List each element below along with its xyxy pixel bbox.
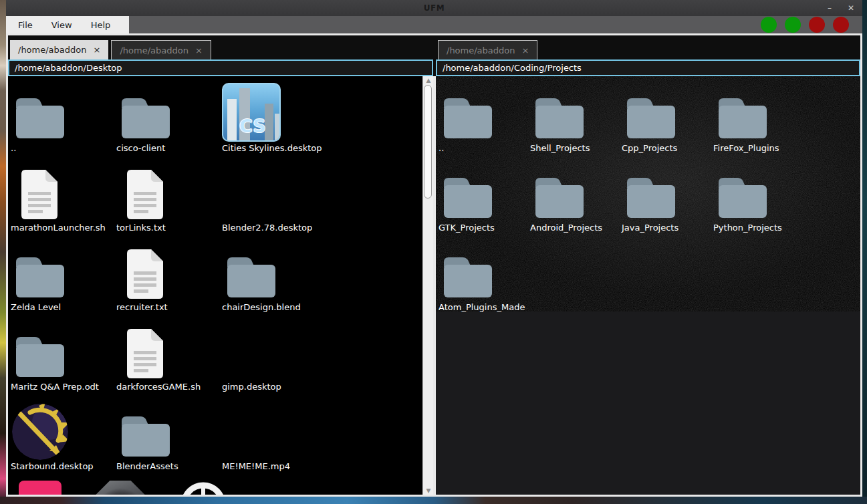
file-item[interactable]: Zelda Level	[10, 237, 116, 316]
file-item[interactable]: ..	[438, 78, 529, 157]
menu-item-help[interactable]: Help	[91, 20, 111, 30]
file-item-label: recruiter.txt	[116, 302, 221, 312]
folder-icon	[13, 95, 68, 142]
file-item-icon-box	[221, 157, 281, 221]
file-view-left: .. cisco-client CSCities Skylines.deskto…	[8, 76, 433, 495]
app-window: UFM – ✕ File View Help /home/abaddon×/ho…	[6, 0, 862, 497]
folder-icon	[715, 95, 770, 142]
tab-close-icon[interactable]: ×	[94, 45, 101, 55]
window-controls: – ✕	[825, 0, 857, 16]
file-item[interactable]: ..	[10, 78, 116, 157]
file-item[interactable]: gimp.desktop	[221, 316, 327, 396]
file-item[interactable]: Java_Projects	[621, 157, 713, 237]
file-item-icon-box	[221, 475, 281, 495]
file-item-icon-box: CS	[221, 78, 281, 142]
file-item-icon-box	[621, 78, 681, 142]
file-item-label: FireFox_Plugins	[713, 143, 804, 153]
file-item[interactable]: darkforcesGAME.sh	[116, 316, 221, 396]
file-item[interactable]: Maritz Q&A Prep.odt	[10, 316, 116, 396]
file-item-label: Java_Projects	[621, 223, 713, 233]
file-item[interactable]: Python_Projects	[713, 157, 804, 237]
file-item-icon-box	[116, 396, 176, 460]
file-item[interactable]: Cpp_Projects	[621, 78, 713, 157]
file-item-label: ME!ME!ME.mp4	[221, 461, 327, 471]
green-light-2[interactable]	[785, 17, 801, 33]
file-item-label: gimp.desktop	[221, 382, 327, 392]
path-bar-right[interactable]: /home/abaddon/Coding/Projects	[436, 59, 860, 76]
file-item[interactable]: BlenderAssets	[116, 396, 221, 475]
file-item[interactable]: Atom_Plugins_Made	[438, 237, 529, 316]
wheel-emblem-icon	[179, 481, 227, 495]
folder-icon	[13, 254, 68, 301]
minimize-button[interactable]: –	[825, 4, 834, 12]
tab[interactable]: /home/abaddon×	[111, 40, 211, 59]
file-item-icon-box	[221, 237, 281, 301]
folder-icon	[441, 95, 495, 142]
file-view-right: .. Shell_Projects Cpp_Projects FireFox_P…	[436, 76, 860, 495]
file-item-icon-box	[221, 316, 281, 380]
window-title: UFM	[424, 3, 445, 13]
folder-icon	[624, 174, 678, 221]
tab-close-icon[interactable]: ×	[522, 45, 529, 55]
file-item-icon-box	[438, 237, 498, 301]
tab-close-icon[interactable]: ×	[195, 45, 203, 55]
status-lights	[761, 17, 849, 33]
file-item[interactable]: CSCities Skylines.desktop	[221, 78, 327, 157]
folder-icon	[441, 174, 495, 221]
file-item[interactable]: recruiter.txt	[116, 237, 221, 316]
scroll-up-button[interactable]: ▲	[423, 76, 433, 84]
file-item-label: chairDesign.blend	[221, 302, 327, 312]
file-item[interactable]: marathonLauncher.sh	[10, 157, 116, 237]
text-file-icon	[124, 168, 167, 221]
tab-label: /home/abaddon	[18, 45, 87, 55]
file-item-icon-box	[116, 78, 176, 142]
text-file-icon	[124, 327, 167, 380]
file-pane-left: /home/abaddon×/home/abaddon× /home/abadd…	[8, 35, 433, 495]
file-item[interactable]: cisco-client	[116, 78, 221, 157]
desktop-left-edge	[0, 0, 6, 504]
tab-label: /home/abaddon	[120, 45, 189, 55]
scrollbar-left[interactable]: ▲ ▼	[422, 76, 433, 495]
file-item[interactable]: torLinks.txt	[116, 157, 221, 237]
red-light-1[interactable]	[809, 17, 825, 33]
file-item[interactable]: Blender2.78.desktop	[221, 157, 327, 237]
file-item-icon-box	[10, 78, 70, 142]
close-button[interactable]: ✕	[845, 4, 857, 12]
menu-item-view[interactable]: View	[51, 20, 72, 30]
app-icon-cities-skylines: CS	[222, 83, 281, 142]
file-item-label: Cities Skylines.desktop	[221, 143, 327, 153]
folder-icon	[224, 254, 279, 301]
file-item-icon-box	[10, 237, 70, 301]
file-item-icon-box	[221, 396, 281, 460]
file-item-icon-box	[116, 157, 176, 221]
file-item[interactable]: Shell_Projects	[529, 78, 621, 157]
tab[interactable]: /home/abaddon×	[10, 40, 108, 59]
file-item[interactable]: FireFox_Plugins	[713, 78, 804, 157]
text-file-icon	[124, 247, 167, 301]
file-item[interactable]: Android_Projects	[529, 157, 621, 237]
file-item-label: marathonLauncher.sh	[10, 223, 116, 233]
tab[interactable]: /home/abaddon×	[438, 40, 537, 59]
menu-panel: File View Help	[6, 16, 129, 33]
file-item-icon-box	[529, 157, 590, 221]
path-bar-left[interactable]: /home/abaddon/Desktop	[8, 59, 433, 76]
file-item-label: cisco-client	[116, 143, 221, 153]
red-light-2[interactable]	[833, 17, 849, 33]
file-item-label: ..	[438, 143, 529, 153]
scroll-down-button[interactable]: ▼	[423, 487, 433, 495]
file-item-label: GTK_Projects	[438, 223, 529, 233]
file-item[interactable]	[221, 475, 327, 495]
file-item-label: Shell_Projects	[529, 143, 621, 153]
menu-item-file[interactable]: File	[18, 20, 33, 30]
desktop-bottom-edge	[0, 497, 867, 504]
main-frame: /home/abaddon×/home/abaddon× /home/abadd…	[6, 33, 862, 497]
file-item[interactable]: chairDesign.blend	[221, 237, 327, 316]
green-light-1[interactable]	[761, 17, 777, 33]
file-item-label: torLinks.txt	[116, 223, 221, 233]
pink-thumbnail-icon	[19, 481, 61, 495]
file-item[interactable]: GTK_Projects	[438, 157, 529, 237]
file-item-label: Cpp_Projects	[621, 143, 713, 153]
file-item[interactable]: Starbound.desktop	[10, 396, 116, 475]
scroll-thumb[interactable]	[424, 85, 432, 199]
file-item[interactable]: ME!ME!ME.mp4	[221, 396, 327, 475]
